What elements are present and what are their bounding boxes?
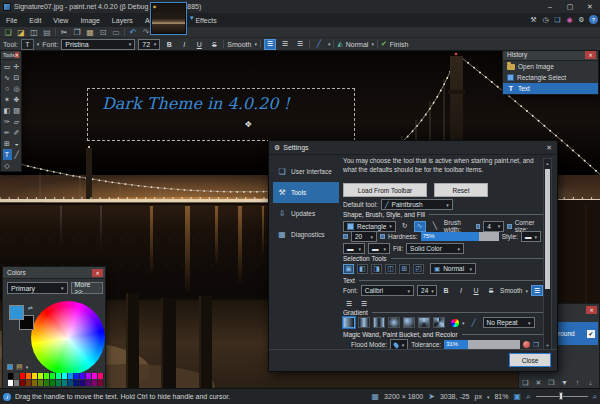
- tool-zoom-icon[interactable]: ◎: [12, 83, 21, 94]
- layer-visible-checkbox[interactable]: ✔: [587, 330, 595, 338]
- more-button[interactable]: More >>: [71, 282, 103, 294]
- tool-move-pixels-icon[interactable]: ✛: [12, 61, 21, 72]
- color-mode-select[interactable]: Primary ▾: [7, 282, 68, 294]
- history-panel-close-icon[interactable]: ✕: [585, 51, 596, 59]
- align-left-button[interactable]: ☰: [264, 39, 276, 50]
- selection-add-icon[interactable]: ◧: [357, 264, 368, 274]
- tool-color-picker-icon[interactable]: ✐: [12, 127, 21, 138]
- tool-pan-icon[interactable]: ✥: [12, 94, 21, 105]
- italic-button[interactable]: I: [178, 39, 190, 50]
- tool-paintbrush-icon[interactable]: ✑: [3, 116, 12, 127]
- load-from-toolbar-button[interactable]: Load From Toolbar: [343, 183, 427, 197]
- text-underline-button[interactable]: U: [470, 285, 482, 296]
- move-layer-up-icon[interactable]: ↑: [573, 378, 582, 387]
- text-strike-button[interactable]: S: [485, 285, 497, 296]
- paste-icon[interactable]: ▦: [85, 27, 95, 37]
- smooth-select[interactable]: Smooth: [227, 41, 251, 48]
- colors-window-toggle-icon[interactable]: ◉: [565, 15, 574, 24]
- move-layer-down-icon[interactable]: ↓: [586, 378, 595, 387]
- tool-magic-wand-icon[interactable]: ✶: [3, 94, 12, 105]
- cut-icon[interactable]: ✂: [59, 27, 69, 37]
- brush-width-select[interactable]: 4 ▾: [483, 221, 504, 232]
- scroll-up-icon[interactable]: ▲: [544, 159, 551, 167]
- tool-shapes-icon[interactable]: ◇: [3, 160, 12, 171]
- merge-layer-down-icon[interactable]: ▼: [560, 378, 569, 387]
- font-size-select[interactable]: 72 ▾: [138, 39, 160, 50]
- current-tool-icon[interactable]: T: [21, 39, 34, 50]
- selection-replace-icon[interactable]: ▣: [343, 264, 354, 274]
- gradient-conical-icon[interactable]: [418, 317, 430, 328]
- tool-text-icon[interactable]: T: [3, 149, 12, 160]
- primary-color-swatch[interactable]: [9, 305, 24, 320]
- chevron-down-icon[interactable]: ▾: [371, 41, 374, 47]
- settings-close-button[interactable]: Close: [509, 353, 551, 367]
- selection-subtract-icon[interactable]: ◨: [371, 264, 382, 274]
- selection-quality-icon[interactable]: ◰: [413, 264, 424, 274]
- text-align-left-button[interactable]: ☰: [531, 285, 543, 296]
- tool-gradient-icon[interactable]: ▨: [12, 105, 21, 116]
- default-tool-select[interactable]: ╱ Paintbrush ▾: [381, 199, 453, 210]
- tools-window-toggle-icon[interactable]: ⚒: [529, 15, 538, 24]
- menu-file[interactable]: File: [0, 13, 23, 27]
- dash-end-select[interactable]: ▬ ▾: [368, 243, 390, 254]
- gradient-repeat-select[interactable]: No Repeat ▾: [483, 317, 535, 328]
- crop-icon[interactable]: ⊡: [98, 27, 108, 37]
- selection-xor-icon[interactable]: ⊞: [399, 264, 410, 274]
- shape-select[interactable]: Rectangle ▾: [343, 221, 396, 232]
- layers-panel-close-icon[interactable]: ✕: [586, 306, 597, 314]
- tool-rect-select-icon[interactable]: ▭: [3, 61, 12, 72]
- gradient-radial-icon[interactable]: [388, 317, 400, 328]
- text-move-handle[interactable]: ✥: [245, 120, 252, 129]
- save-icon[interactable]: ◫: [29, 27, 39, 37]
- palette-swatch[interactable]: [98, 373, 104, 379]
- dash-start-select[interactable]: ▬ ▾: [343, 243, 365, 254]
- gradient-color-mode-icon[interactable]: [451, 319, 459, 327]
- gradient-linear-icon[interactable]: [343, 317, 355, 328]
- brush-width-reset-icon[interactable]: [476, 224, 480, 229]
- corner-size-reset-icon[interactable]: [343, 234, 348, 239]
- pen-style-select[interactable]: ▬ ▾: [521, 231, 541, 242]
- curve-spline-icon[interactable]: ∿: [414, 221, 426, 232]
- tool-paint-bucket-icon[interactable]: ◧: [3, 105, 12, 116]
- open-icon[interactable]: ◪: [16, 27, 26, 37]
- tolerance-slider[interactable]: 31%: [444, 340, 520, 349]
- text-align-right-button[interactable]: ☰: [358, 298, 370, 309]
- fill-style-select[interactable]: Solid Color ▾: [406, 243, 464, 254]
- gradient-linear-offset-icon[interactable]: [373, 317, 385, 328]
- text-italic-button[interactable]: I: [455, 285, 467, 296]
- zoom-slider-handle[interactable]: [559, 392, 563, 400]
- gradient-linear-reflected-icon[interactable]: [358, 317, 370, 328]
- nav-diagnostics[interactable]: ▦ Diagnostics: [273, 224, 339, 245]
- tool-move-selection-icon[interactable]: ⊡: [12, 72, 21, 83]
- sampling-mode-icon[interactable]: ❐: [533, 341, 539, 349]
- chevron-down-icon[interactable]: ▾: [328, 41, 331, 47]
- antialiasing-icon[interactable]: ╱: [313, 39, 325, 50]
- corner-size-select[interactable]: 20 ▾: [351, 231, 377, 242]
- text-align-center-button[interactable]: ☰: [343, 298, 355, 309]
- recolor-color-icon[interactable]: [523, 341, 530, 348]
- help-icon[interactable]: ?: [589, 15, 598, 24]
- zoom-to-window-icon[interactable]: ▣: [513, 392, 521, 401]
- blend-mode-select[interactable]: Normal: [346, 41, 369, 48]
- settings-close-icon[interactable]: ✕: [546, 144, 552, 152]
- reset-button[interactable]: Reset: [434, 183, 488, 197]
- tool-recolor-icon[interactable]: ◒: [12, 138, 21, 149]
- tool-line-curve-icon[interactable]: ╱: [12, 149, 21, 160]
- duplicate-layer-icon[interactable]: ❐: [547, 378, 556, 387]
- gradient-spiral-icon[interactable]: [433, 317, 445, 328]
- text-font-select[interactable]: Calibri ▾: [361, 285, 414, 296]
- menu-effects[interactable]: Effects: [189, 13, 222, 27]
- palette-menu-icon[interactable]: ▤: [16, 363, 23, 371]
- scroll-down-icon[interactable]: ▼: [544, 341, 551, 349]
- minimize-button[interactable]: –: [540, 0, 560, 13]
- strikethrough-button[interactable]: S: [208, 39, 220, 50]
- image-list-chevron-icon[interactable]: ▾: [190, 14, 194, 22]
- add-color-icon[interactable]: [7, 364, 13, 370]
- tool-dropdown-icon[interactable]: ▾: [37, 41, 40, 47]
- close-button[interactable]: ✕: [580, 0, 600, 13]
- settings-scrollbar[interactable]: ▲ ▼: [543, 158, 552, 350]
- gradient-antialias-icon[interactable]: ╱: [468, 317, 480, 328]
- align-center-button[interactable]: ☰: [279, 39, 291, 50]
- text-bold-button[interactable]: B: [440, 285, 452, 296]
- zoom-out-icon[interactable]: ⌕: [526, 392, 530, 402]
